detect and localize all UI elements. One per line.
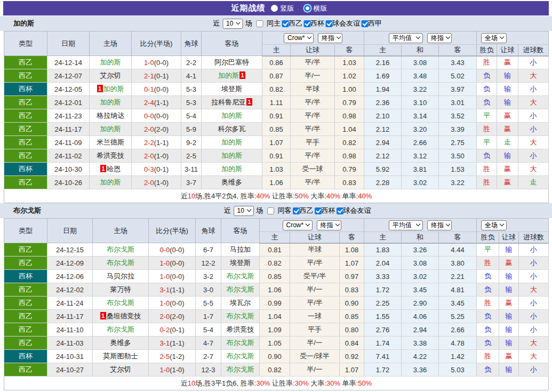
handicap-away-odds-cell: 0.80 (340, 323, 364, 337)
result-handicap-cell: 输 (499, 363, 519, 377)
away-team-cell: 加的斯1 (202, 69, 262, 83)
radio-horizontal-layout[interactable]: 横版 (304, 4, 327, 13)
score-cell: 1-0(0-0) (149, 270, 196, 283)
bookmaker-stage-select[interactable]: 终指 (318, 33, 342, 43)
score-cell: 2-0(1-0) (132, 176, 181, 189)
result-goals-cell: 小 (519, 257, 549, 270)
column-header: 日期 (47, 31, 90, 56)
match-count-select-value: 10 (226, 20, 233, 27)
fulltime-score: 0-2 (159, 326, 170, 334)
checkbox-checked-icon[interactable] (282, 20, 289, 27)
filter-checkbox-label: 西杯 (310, 19, 324, 28)
avg-draw-odds-cell: 3.02 (402, 270, 439, 283)
score-cell: 1-0(1-0) (149, 363, 196, 377)
corners-cell: 2-5 (181, 149, 202, 163)
odds-subcolumn-header: 主 (262, 45, 291, 56)
checkbox-checked-icon[interactable] (293, 207, 300, 214)
result-handicap-cell: 赢 (497, 176, 518, 189)
league-type-badge: 西乙 (4, 363, 47, 377)
league-type-badge: 西乙 (4, 149, 47, 163)
score-cell: 2-1(0-1) (132, 69, 181, 83)
handicap-home-odds-cell: 1.05 (260, 337, 290, 350)
avg-draw-odds-cell: 3.08 (402, 257, 439, 270)
checkbox-checked-icon[interactable] (361, 20, 368, 27)
scope-select[interactable]: 全场 (481, 220, 507, 230)
result-goals-cell: 小 (519, 270, 549, 283)
checkbox-checked-icon[interactable] (303, 20, 310, 27)
home-team-cell: 莱万特 (93, 283, 149, 297)
halftime-score: (1-0) (154, 179, 169, 187)
avg-away-odds-cell: 1.53 (439, 163, 477, 176)
league-type-badge: 西乙 (4, 243, 47, 257)
result-handicap-cell: 赢 (497, 163, 518, 176)
result-outcome-cell: 负 (477, 83, 497, 96)
avg-home-odds-cell: 2.10 (364, 109, 402, 123)
match-count-select[interactable]: 10 (222, 19, 243, 29)
odds-group-header: Crow*终指 (262, 31, 364, 45)
league-type-badge: 西乙 (4, 310, 47, 323)
away-team-cell: 埃登斯 (202, 83, 262, 96)
handicap-away-odds-cell: 0.79 (335, 163, 364, 176)
fulltime-score: 1-0 (159, 259, 170, 267)
checkbox-unchecked-icon[interactable] (267, 207, 274, 214)
summary-segment: 近 (181, 192, 188, 200)
bookmaker-select[interactable]: Crow* (283, 220, 313, 230)
average-stage-select[interactable]: 终指 (427, 33, 452, 43)
handicap-line-cell: 平/半 (290, 257, 340, 270)
league-type-badge: 西杯 (4, 163, 47, 176)
avg-draw-odds-cell: 4.06 (402, 310, 439, 323)
away-team-cell: 奥维多 (202, 176, 262, 189)
handicap-line-cell: 平/半 (291, 56, 335, 69)
checkbox-checked-icon[interactable] (337, 207, 343, 214)
match-count-select[interactable]: 10 (234, 206, 254, 216)
odds-subcolumn-header: 主 (260, 232, 290, 243)
scope-select[interactable]: 全场 (481, 33, 507, 43)
halftime-score: (1-1) (170, 339, 184, 347)
fulltime-score: 1-0 (159, 366, 170, 374)
handicap-home-odds-cell: 0.82 (260, 363, 290, 377)
avg-draw-odds-cell: 3.38 (402, 337, 439, 350)
fulltime-score: 2-0 (159, 313, 170, 321)
handicap-line-cell: 平手 (290, 323, 340, 337)
league-type-badge: 西乙 (4, 96, 47, 109)
radio-vertical-layout[interactable]: 竖版 (271, 4, 294, 13)
league-type-badge: 西乙 (4, 257, 47, 270)
odds-subcolumn-header: 让球 (499, 232, 519, 243)
checkbox-checked-icon[interactable] (325, 20, 332, 27)
focus-team-name: 布尔戈斯 (227, 339, 254, 347)
league-type-badge: 西乙 (4, 123, 47, 136)
summary-segment: 30% (326, 379, 340, 387)
team-section-bar: 布尔戈斯近10场同客西乙西杯球会友谊 (0, 203, 552, 218)
result-handicap-cell: 赢 (497, 123, 518, 136)
away-team-cell: 阿尔巴塞特 (202, 56, 262, 69)
bookmaker-select[interactable]: Crow* (284, 33, 314, 43)
avg-away-odds-cell: 3.01 (439, 96, 477, 109)
chevron-down-icon (246, 207, 251, 212)
red-card-badge: 1 (239, 71, 245, 79)
handicap-home-odds-cell: 0.99 (260, 297, 290, 310)
result-handicap-cell: 走 (497, 136, 518, 149)
average-stage-select[interactable]: 终指 (427, 220, 452, 230)
focus-team-name: 加的斯 (100, 125, 121, 133)
handicap-line-cell: 半/一 (290, 363, 340, 377)
focus-team-name: 布尔戈斯 (107, 259, 134, 267)
away-team-cell: 马拉加 (221, 243, 260, 257)
average-select[interactable]: 平均值 (389, 33, 423, 43)
avg-home-odds-cell: 2.12 (364, 123, 402, 136)
result-goals-cell: 小 (519, 363, 549, 377)
handicap-home-odds-cell: 1.03 (262, 163, 291, 176)
avg-away-odds-cell: 3.43 (439, 56, 477, 69)
focus-team-name: 加的斯 (221, 138, 242, 146)
column-header: 类型 (4, 31, 47, 56)
average-select[interactable]: 平均值 (389, 220, 423, 230)
checkbox-checked-icon[interactable] (315, 207, 322, 214)
match-date-cell: 24-11-09 (47, 136, 90, 149)
handicap-line-cell: 半球 (290, 243, 340, 257)
result-outcome-cell: 负 (477, 323, 499, 337)
result-handicap-cell: 输 (497, 149, 518, 163)
summary-segment: 50% (295, 192, 309, 200)
summary-segment: 单率: (340, 379, 358, 387)
bookmaker-stage-select[interactable]: 终指 (317, 220, 341, 230)
checkbox-unchecked-icon[interactable] (256, 20, 263, 27)
handicap-home-odds-cell: 1.11 (262, 96, 291, 109)
